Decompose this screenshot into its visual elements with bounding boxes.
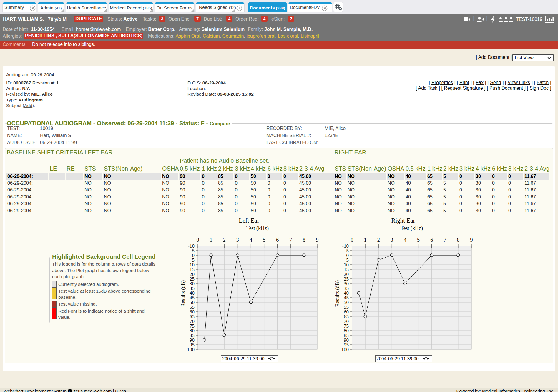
svg-text:100: 100 [187,347,195,352]
svg-text:8: 8 [457,237,459,243]
svg-text:Test (kHz): Test (kHz) [246,225,269,231]
svg-text:3: 3 [236,237,239,243]
svg-text:2: 2 [377,237,380,243]
svg-text:Test (kHz): Test (kHz) [401,225,423,231]
svg-text:4: 4 [250,237,252,243]
svg-text:5: 5 [417,237,420,243]
svg-text:Right Ear: Right Ear [391,217,415,224]
svg-text:5: 5 [263,237,265,243]
svg-text:2004-06-29 11:39:00: 2004-06-29 11:39:00 [376,356,418,361]
svg-text:6: 6 [276,237,279,243]
svg-text:Results (dB): Results (dB) [180,280,186,307]
svg-text:100: 100 [341,347,349,352]
svg-text:4: 4 [404,237,406,243]
svg-text:0: 0 [197,237,199,243]
svg-text:2: 2 [223,237,226,243]
svg-text:6: 6 [430,237,433,243]
svg-text:1: 1 [210,237,212,243]
svg-text:8: 8 [303,237,305,243]
svg-text:9: 9 [470,237,473,243]
svg-text:Left Ear: Left Ear [239,217,259,224]
svg-text:0: 0 [351,237,353,243]
svg-text:Results (dB): Results (dB) [334,280,341,307]
svg-text:3: 3 [391,237,393,243]
svg-text:1: 1 [364,237,367,243]
svg-text:2004-06-29 11:39:00: 2004-06-29 11:39:00 [222,356,264,361]
svg-text:7: 7 [289,237,292,243]
svg-text:i: i [69,389,70,392]
svg-text:9: 9 [316,237,319,243]
svg-text:7: 7 [444,237,446,243]
